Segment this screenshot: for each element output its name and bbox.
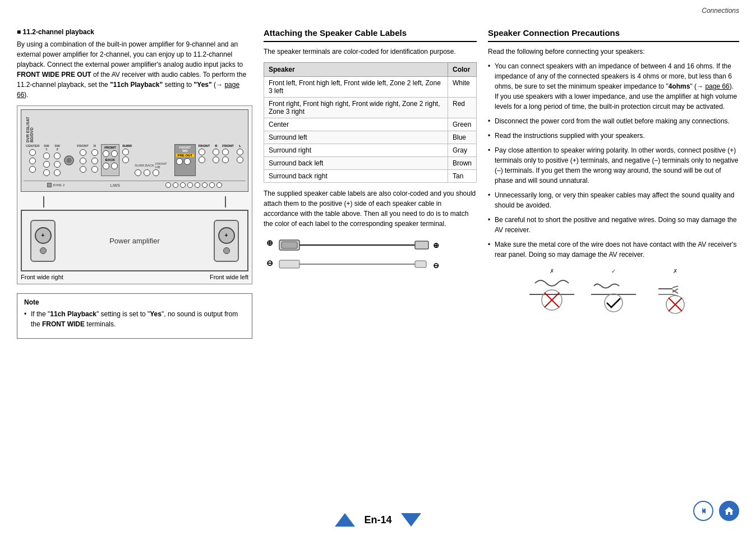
precaution-item-5: Be careful not to short the positive and… <box>488 215 739 235</box>
back-button[interactable] <box>693 501 713 521</box>
av-jack-circle-bottom <box>165 182 171 188</box>
av-jack-circle <box>111 163 118 169</box>
pre-out-section: FRONT WD PRE OUT <box>174 144 196 176</box>
svg-text:⊕: ⊕ <box>266 238 273 247</box>
front-section-2: FRONT <box>199 144 210 176</box>
svg-rect-2 <box>282 242 297 248</box>
av-jack-circle-bottom <box>202 182 208 188</box>
av-jack-circle-bottom <box>173 182 178 188</box>
front-wide-pre-out: FRONT WIDE PRE OUT <box>17 71 91 79</box>
left-intro: By using a combination of the built-in p… <box>17 39 252 100</box>
precautions-section-title: Speaker Connection Precautions <box>488 28 739 42</box>
table-cell-color-5: Brown <box>448 157 476 170</box>
table-header-row: Speaker Color <box>264 63 477 77</box>
page-up-arrow[interactable] <box>335 513 355 527</box>
wrong-connection-image: ✗ <box>524 266 580 317</box>
av-jack-circle-bottom <box>195 182 200 188</box>
4ohms-bold: 4ohms <box>669 82 690 90</box>
precaution-item-6: Make sure the metal core of the wire doe… <box>488 239 739 260</box>
av-jack-circle <box>237 156 243 163</box>
page-down-arrow[interactable] <box>401 513 421 527</box>
l-section: L <box>237 144 243 176</box>
page-ref-arrow: → <box>216 81 224 89</box>
table-cell-speaker-2: Center <box>264 118 448 131</box>
table-cell-speaker-3: Surround left <box>264 131 448 144</box>
page-number: En-14 <box>364 514 391 526</box>
av-jack-circle <box>222 149 229 155</box>
footer-icons <box>693 501 739 521</box>
svg-rect-7 <box>279 260 299 268</box>
av-jack-circle <box>237 149 243 155</box>
av-jack-circle <box>144 169 150 176</box>
av-jack-circle <box>122 149 129 155</box>
home-button[interactable] <box>719 501 739 521</box>
precautions-intro: Read the following before connecting you… <box>488 47 739 57</box>
av-jack-circle-pre-out <box>184 158 191 165</box>
av-jack-circle <box>80 158 86 164</box>
precaution-images-area: ✗ ✓ <box>488 266 739 317</box>
av-jack-circle <box>91 158 98 164</box>
svg-text:⊖: ⊖ <box>433 261 439 270</box>
page-header: Connections <box>702 7 739 15</box>
note-title: Note <box>24 298 245 306</box>
av-jack-circle <box>80 149 86 156</box>
av-jack-circle-bottom <box>180 182 186 188</box>
amp-connector-inner-right: + <box>218 227 235 244</box>
front-section-3: FRONT <box>222 144 234 176</box>
av-jack-circle <box>213 149 219 155</box>
table-cell-color-0: White <box>448 77 476 98</box>
subsection-title: 11.2-channel playback <box>17 28 252 36</box>
back-icon <box>698 505 709 516</box>
intro-text-1: By using a combination of the built-in p… <box>17 40 243 68</box>
table-cell-speaker-5: Surround back left <box>264 157 448 170</box>
jack-column-5: R <box>91 144 98 176</box>
page-ref-66-link[interactable]: page 66 <box>705 82 729 90</box>
av-special-jack <box>64 155 74 165</box>
av-jack-circle <box>91 166 98 173</box>
table-cell-color-6: Tan <box>448 170 476 183</box>
jack-column-2: SW 1 <box>43 144 50 176</box>
attaching-section-title: Attaching the Speaker Cable Labels <box>264 28 477 42</box>
table-cell-speaker-4: Surround right <box>264 144 448 157</box>
middle-column: Attaching the Speaker Cable Labels The s… <box>264 28 477 339</box>
av-jack-circle <box>80 166 86 173</box>
av-jack-circle <box>213 156 219 163</box>
amp-connector-small-left <box>40 247 47 254</box>
note-bullet-list: If the "11ch Playback" setting is set to… <box>24 309 245 329</box>
page-header-text: Connections <box>702 7 739 15</box>
svg-text:✗: ✗ <box>550 268 554 274</box>
table-row: Front right, Front high right, Front wid… <box>264 98 477 118</box>
connection-diagram: DVR ESL/SAT BD/DVD CENTER <box>17 105 252 284</box>
table-row: Front left, Front high left, Front wide … <box>264 77 477 98</box>
left-column: 11.2-channel playback By using a combina… <box>17 28 252 339</box>
av-jack-circle <box>103 163 109 169</box>
precaution-item-4: Unnecessarily long, or very thin speaker… <box>488 190 739 210</box>
table-header-speaker: Speaker <box>264 63 448 77</box>
table-cell-color-1: Red <box>448 98 476 118</box>
jack-column-1: CENTER <box>26 144 40 176</box>
note-bullet-item: If the "11ch Playback" setting is set to… <box>24 309 245 329</box>
table-cell-color-4: Gray <box>448 144 476 157</box>
av-jack-circle-pre-out <box>176 158 183 165</box>
av-jack-circle <box>54 153 61 159</box>
setting-key: "11ch Playback" <box>110 81 163 89</box>
table-cell-color-3: Blue <box>448 131 476 144</box>
amp-connector-left: + <box>30 220 56 262</box>
table-cell-color-2: Green <box>448 118 476 131</box>
precaution-item-1: Disconnect the power cord from the wall … <box>488 116 739 126</box>
short-circuit-wrong-image: ✗ <box>647 266 703 317</box>
av-jack-circle-bottom <box>187 182 193 188</box>
table-row: Surround back left Brown <box>264 157 477 170</box>
amp-connector-right: + <box>214 220 239 262</box>
av-jack-circle <box>91 149 98 156</box>
page-container: Connections 11.2-channel playback By usi… <box>0 0 756 535</box>
av-jack-circle <box>122 156 129 163</box>
av-jack-circle <box>103 150 109 157</box>
av-jack-circle-bottom <box>209 182 215 188</box>
svg-text:⊖: ⊖ <box>266 259 273 268</box>
jack-column-3: SW 2 <box>53 144 61 176</box>
footer-nav: En-14 <box>335 513 421 527</box>
av-jack-circle <box>43 153 50 159</box>
note-box: Note If the "11ch Playback" setting is s… <box>17 293 252 339</box>
middle-intro: The speaker terminals are color-coded fo… <box>264 47 477 57</box>
